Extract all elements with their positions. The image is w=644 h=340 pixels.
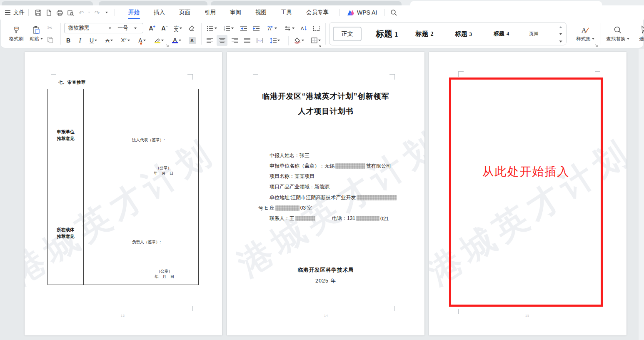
tab-view[interactable]: 视图 <box>248 5 274 20</box>
underline-button[interactable]: U <box>87 35 100 46</box>
font-color-button[interactable]: A <box>169 35 184 46</box>
tab-home[interactable]: 开始 <box>121 5 147 20</box>
font-size-select[interactable]: 一号 <box>114 25 132 32</box>
decrease-indent-button[interactable] <box>238 23 249 34</box>
highlight-color-button[interactable] <box>152 35 167 46</box>
wps-ai-button[interactable]: WPS AI <box>344 9 380 16</box>
line-spacing-button[interactable] <box>267 35 282 46</box>
divider <box>115 9 115 16</box>
style-item-footer[interactable]: 页脚 <box>529 31 538 37</box>
clear-format-button[interactable] <box>186 23 197 34</box>
margin-mark-icon <box>253 74 258 80</box>
recommendation-table: 申报单位 推荐意见 法人代表（签章）: （公章） 年 月 日 所在载体 <box>47 89 199 285</box>
document-page-2[interactable]: 港城英才计划 临港开发区“港城英才计划”创新领军 人才项目计划书 申报人姓名：张… <box>227 52 424 335</box>
vertical-scrollbar[interactable] <box>639 49 644 340</box>
select-button[interactable]: 选择 <box>632 22 644 45</box>
paste-button[interactable]: 粘贴 <box>27 22 46 46</box>
align-right-button[interactable] <box>229 35 240 46</box>
strikethrough-button[interactable]: A <box>102 35 116 46</box>
show-marks-button[interactable] <box>311 23 322 34</box>
format-painter-button[interactable]: 格式刷 <box>7 22 26 46</box>
shading-button[interactable] <box>292 35 307 46</box>
main-menu-icon[interactable] <box>5 10 10 15</box>
save-icon[interactable] <box>32 8 43 18</box>
tab-insert[interactable]: 插入 <box>147 5 172 20</box>
margin-mark-icon <box>187 306 193 311</box>
margin-mark-icon <box>458 309 464 314</box>
export-icon[interactable] <box>43 8 54 18</box>
font-group-expand-icon[interactable] <box>166 44 169 48</box>
group-divider <box>60 23 61 45</box>
phonetic-guide-button[interactable]: wén文 <box>172 23 184 34</box>
font-name-select[interactable]: 微软雅黑 <box>65 25 106 32</box>
style-item-heading1[interactable]: 标题1 <box>376 28 398 40</box>
table-cell: 负责人（签章）: （公章） 年 月 日 <box>84 181 198 285</box>
superscript-button[interactable]: X2 <box>118 35 132 46</box>
text-effects-button[interactable]: A <box>135 35 149 46</box>
document-page-3[interactable]: 港城英才计划 从此处开始插入 15 <box>429 52 627 335</box>
numbered-list-button[interactable]: 123 <box>222 23 236 34</box>
undo-dropdown-icon[interactable] <box>87 8 92 18</box>
menu-bar: 文件 ↶ ↷ 开始 插入 页面 引用 审阅 视图 工具 会员专享 <box>0 5 644 20</box>
font-name-dropdown-icon[interactable] <box>106 28 114 29</box>
print-icon[interactable] <box>54 8 65 18</box>
document-canvas[interactable]: 港城英才计划 七、审查推荐 申报单位 推荐意见 法人代表（签章）: （公章） <box>0 48 644 340</box>
gallery-scroll-down-icon[interactable] <box>558 31 564 37</box>
toolbar-dropdown-icon[interactable] <box>102 8 111 18</box>
distribute-icon: <> <box>257 38 263 43</box>
copy-icon[interactable] <box>45 35 55 45</box>
table-row: 申报单位 推荐意见 法人代表（签章）: （公章） 年 月 日 <box>48 89 198 181</box>
seal-label: （公章） 年 月 日 <box>154 165 174 176</box>
justify-button[interactable] <box>242 35 252 46</box>
field-contact-phone: 联系人：王 电话：131021 <box>270 215 389 222</box>
find-replace-button[interactable]: 查找替换 <box>603 22 632 45</box>
bold-button[interactable]: B <box>63 35 73 46</box>
style-item-heading3[interactable]: 标题3 <box>455 30 472 38</box>
text-direction-button[interactable]: A <box>264 23 279 34</box>
paragraph-group-expand-icon[interactable] <box>318 44 322 48</box>
increase-font-size-button[interactable]: A+ <box>147 23 157 34</box>
document-title-line1: 临港开发区“港城英才计划”创新领军 <box>227 91 424 101</box>
style-item-body[interactable]: 正文 <box>333 27 362 41</box>
file-menu[interactable]: 文件 <box>13 9 25 16</box>
tab-review[interactable]: 审阅 <box>223 5 248 20</box>
tab-page[interactable]: 页面 <box>172 5 197 20</box>
print-preview-icon[interactable] <box>65 8 76 18</box>
svg-text:3: 3 <box>224 29 225 32</box>
document-page-1[interactable]: 港城英才计划 七、审查推荐 申报单位 推荐意见 法人代表（签章）: （公章） <box>25 52 222 335</box>
style-set-icon: A <box>581 26 590 34</box>
italic-button[interactable]: I <box>75 35 85 46</box>
margin-mark-icon <box>51 74 56 80</box>
styles-group-expand-icon[interactable] <box>595 44 598 48</box>
tab-member[interactable]: 会员专享 <box>299 5 336 20</box>
increase-indent-button[interactable] <box>251 23 262 34</box>
character-shading-button[interactable]: A <box>187 35 197 46</box>
wrap-button[interactable] <box>282 23 297 34</box>
sort-icon: A <box>301 25 307 31</box>
tab-references[interactable]: 引用 <box>197 5 223 20</box>
two-way-arrow-icon <box>284 26 291 31</box>
gallery-more-icon[interactable] <box>558 38 564 44</box>
align-center-button[interactable] <box>217 35 227 46</box>
search-icon[interactable] <box>388 8 399 18</box>
cursor-arrow-icon <box>640 26 644 34</box>
tab-tools[interactable]: 工具 <box>274 5 299 20</box>
character-shading-icon: A <box>189 37 196 44</box>
redo-icon[interactable]: ↷ <box>92 8 102 18</box>
style-item-heading2[interactable]: 标题2 <box>416 30 434 38</box>
bullet-list-button[interactable] <box>205 23 219 34</box>
align-left-button[interactable] <box>204 35 215 46</box>
style-set-button[interactable]: A 样式集 <box>572 22 598 45</box>
sort-button[interactable]: A <box>298 23 310 34</box>
phonetic-guide-icon: wén文 <box>174 25 178 32</box>
find-replace-icon <box>614 26 622 34</box>
distribute-button[interactable]: <> <box>254 35 266 46</box>
cut-icon[interactable]: ✂ <box>45 22 55 32</box>
decrease-font-size-button[interactable]: A− <box>159 23 170 34</box>
style-item-heading4[interactable]: 标题4 <box>494 30 509 38</box>
undo-icon[interactable]: ↶ <box>76 8 87 18</box>
font-size-dropdown-icon[interactable] <box>132 28 139 29</box>
page-number: 13 <box>121 314 125 317</box>
svg-text:A: A <box>268 26 271 32</box>
gallery-scroll-up-icon[interactable] <box>558 24 564 30</box>
